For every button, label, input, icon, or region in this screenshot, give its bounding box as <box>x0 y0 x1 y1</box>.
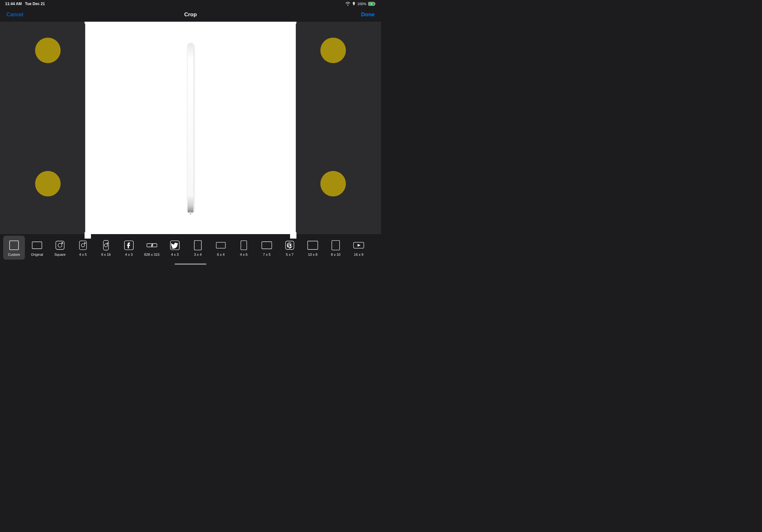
square-icon <box>54 239 66 251</box>
aspect-9x16[interactable]: 9 x 16 <box>95 236 117 260</box>
image-content <box>188 43 193 212</box>
facebook-icon <box>123 239 135 251</box>
aspect-8x10[interactable]: 8 x 10 <box>325 236 346 260</box>
svg-point-11 <box>104 244 108 247</box>
svg-rect-18 <box>241 240 247 250</box>
6x4-icon <box>215 239 227 251</box>
3x4-icon <box>192 239 204 251</box>
custom-icon <box>8 239 20 251</box>
pinterest-icon <box>284 239 296 251</box>
10x8-icon <box>307 239 319 251</box>
location-icon <box>352 2 355 6</box>
aspect-4x6[interactable]: 4 x 6 <box>233 236 255 260</box>
crop-handle-bottom-left[interactable] <box>85 232 91 238</box>
svg-rect-7 <box>79 241 87 250</box>
aspect-4x5-label: 4 x 5 <box>79 253 87 256</box>
crop-handle-bottom-right[interactable] <box>290 232 296 238</box>
9x16-icon <box>100 239 112 251</box>
status-bar: 11:44 AM Tue Dec 21 100% <box>0 0 381 8</box>
aspect-3x4[interactable]: 3 x 4 <box>187 236 209 260</box>
aspect-ratio-scroll[interactable]: Custom Original Square <box>0 234 381 261</box>
svg-rect-4 <box>56 241 64 249</box>
svg-point-6 <box>62 242 63 244</box>
annotation-circle-br <box>320 171 346 196</box>
toolbar: Cancel Crop Done <box>0 8 381 22</box>
7x5-icon <box>261 239 273 251</box>
aspect-7x5[interactable]: 7 x 5 <box>256 236 277 260</box>
twitter-icon <box>169 239 181 251</box>
aspect-custom-label: Custom <box>8 253 20 256</box>
done-button[interactable]: Done <box>361 12 375 18</box>
svg-rect-17 <box>216 242 226 248</box>
aspect-4x3-fb-label: 4 x 3 <box>125 253 133 256</box>
aspect-8x10-label: 8 x 10 <box>331 253 341 256</box>
aspect-4x3-tw-label: 4 x 3 <box>171 253 179 256</box>
svg-rect-22 <box>332 240 340 250</box>
aspect-16x9-label: 16 x 9 <box>354 253 363 256</box>
annotation-circle-tl <box>35 37 61 63</box>
original-icon <box>31 239 43 251</box>
aspect-square[interactable]: Square <box>49 236 71 260</box>
facebook-cover-icon <box>146 239 158 251</box>
aspect-4x5[interactable]: 4 x 5 <box>72 236 94 260</box>
svg-rect-16 <box>194 240 201 250</box>
aspect-9x16-label: 9 x 16 <box>101 253 111 256</box>
aspect-custom[interactable]: Custom <box>3 236 25 260</box>
svg-point-12 <box>107 243 108 244</box>
battery-icon <box>368 2 376 6</box>
svg-rect-21 <box>308 241 318 249</box>
aspect-4x6-label: 4 x 6 <box>240 253 248 256</box>
crop-box[interactable] <box>85 18 296 238</box>
status-time: 11:44 AM Tue Dec 21 <box>5 2 45 6</box>
aspect-6x4-label: 6 x 4 <box>217 253 225 256</box>
status-right: 100% <box>345 2 376 6</box>
aspect-original[interactable]: Original <box>26 236 48 260</box>
svg-rect-3 <box>32 242 42 248</box>
aspect-5x7[interactable]: 5 x 7 <box>279 236 301 260</box>
svg-rect-10 <box>104 240 109 250</box>
aspect-square-label: Square <box>54 253 65 256</box>
aspect-5x7-label: 5 x 7 <box>286 253 294 256</box>
4x5-icon <box>77 239 89 251</box>
page-title: Crop <box>184 12 197 18</box>
battery-percentage: 100% <box>357 2 366 6</box>
wifi-icon <box>345 2 350 6</box>
4x6-icon <box>238 239 250 251</box>
aspect-828x315-label: 828 x 315 <box>144 253 160 256</box>
svg-point-5 <box>58 243 62 247</box>
aspect-16x9[interactable]: 16 x 9 <box>348 236 369 260</box>
annotation-circle-bl <box>35 171 61 196</box>
aspect-3x4-label: 3 x 4 <box>194 253 202 256</box>
youtube-icon <box>352 239 365 251</box>
apple-pencil-image <box>188 43 193 212</box>
annotation-circle-tr <box>320 37 346 63</box>
aspect-ratio-toolbar: Custom Original Square <box>0 234 381 266</box>
aspect-828x315[interactable]: 828 x 315 <box>141 236 163 260</box>
8x10-icon <box>330 239 342 251</box>
aspect-6x4[interactable]: 6 x 4 <box>210 236 232 260</box>
aspect-10x8-label: 10 x 8 <box>308 253 318 256</box>
home-indicator <box>175 263 206 265</box>
svg-point-9 <box>85 242 86 243</box>
svg-marker-24 <box>358 244 360 246</box>
svg-rect-2 <box>10 241 19 250</box>
svg-rect-19 <box>262 241 271 249</box>
aspect-4x3-fb[interactable]: 4 x 3 <box>118 236 140 260</box>
aspect-7x5-label: 7 x 5 <box>263 253 270 256</box>
svg-point-8 <box>81 243 85 246</box>
aspect-4x3-tw[interactable]: 4 x 3 <box>164 236 186 260</box>
crop-area <box>0 22 381 234</box>
aspect-10x8[interactable]: 10 x 8 <box>302 236 324 260</box>
cancel-button[interactable]: Cancel <box>6 12 23 18</box>
aspect-original-label: Original <box>31 253 43 256</box>
